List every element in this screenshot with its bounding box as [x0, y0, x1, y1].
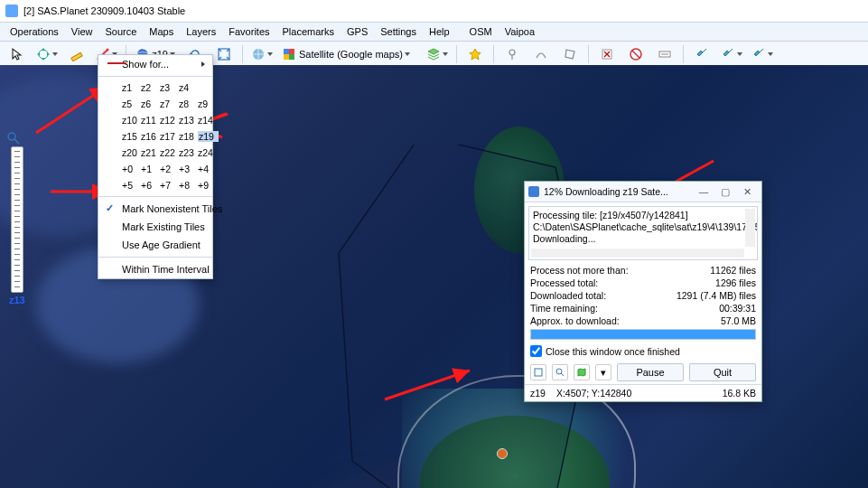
download-title: 12% Downloading z19 Sate...: [544, 186, 693, 197]
zoom-row-a[interactable]: z1z2z3z4: [98, 80, 212, 96]
close-icon[interactable]: ✕: [736, 184, 758, 199]
options-icon[interactable]: ▾: [595, 364, 611, 380]
maximize-icon[interactable]: ▢: [714, 184, 736, 199]
menu-maps[interactable]: Maps: [143, 24, 180, 39]
svg-rect-10: [284, 54, 289, 60]
download-window: 12% Downloading z19 Sate... — ▢ ✕ Proces…: [524, 181, 762, 402]
quit-button[interactable]: Quit: [689, 363, 756, 381]
menu-vaipoa[interactable]: Vaipoa: [499, 24, 541, 39]
zoom-extents-icon[interactable]: [530, 364, 546, 380]
layers-button[interactable]: [423, 43, 452, 65]
map-icon[interactable]: [574, 364, 590, 380]
favorites-button[interactable]: [462, 43, 489, 65]
zoom-row-b[interactable]: z5z6z7z8z9: [98, 96, 212, 112]
close-when-done-checkbox[interactable]: Close this window once finished: [525, 342, 761, 361]
status-zoom: z19: [530, 388, 546, 399]
internet-button[interactable]: [247, 43, 276, 65]
menu-osm[interactable]: OSM: [463, 24, 499, 39]
svg-rect-1: [71, 52, 82, 61]
pause-button[interactable]: Pause: [617, 363, 684, 381]
pin-button[interactable]: [499, 43, 526, 65]
menu-source[interactable]: Source: [98, 24, 143, 39]
sat-right-button[interactable]: [748, 43, 777, 65]
svg-point-0: [39, 50, 48, 59]
zoom-row-f[interactable]: +0+1+2+3+4: [98, 161, 212, 177]
sat-mid-button[interactable]: [717, 43, 746, 65]
navigate-tool-button[interactable]: [33, 43, 61, 65]
app-icon: [5, 5, 18, 17]
menu-view[interactable]: View: [65, 24, 99, 39]
select-tool-button[interactable]: [4, 43, 31, 65]
status-coordinates: X:4507; Y:142840: [556, 388, 712, 399]
map-source-label: Satellite (Google maps): [299, 49, 403, 60]
menu-placemarks[interactable]: Placemarks: [276, 24, 341, 39]
app-mini-icon: [528, 186, 539, 197]
sat-blue-button[interactable]: [688, 43, 715, 65]
label-button[interactable]: [651, 43, 678, 65]
svg-rect-27: [535, 369, 542, 376]
progress-bar: [530, 329, 756, 340]
svg-rect-8: [284, 49, 289, 54]
svg-rect-11: [289, 54, 294, 60]
scrollbar-vertical[interactable]: [745, 209, 755, 247]
menu-mark-nonexistent[interactable]: Mark Nonexistent Tiles: [98, 200, 212, 218]
menu-within-time[interactable]: Within Time Interval: [98, 260, 212, 278]
svg-point-12: [509, 50, 515, 55]
menu-use-age[interactable]: Use Age Gradient: [98, 236, 212, 254]
status-size: 16.8 KB: [723, 388, 756, 399]
menu-favorites[interactable]: Favorites: [222, 24, 275, 39]
svg-point-3: [107, 49, 109, 52]
menu-gps[interactable]: GPS: [341, 24, 374, 39]
zoom-dropdown-menu: Show for... z1z2z3z4 z5z6z7z8z9 z10z11z1…: [98, 54, 213, 279]
no-button[interactable]: [622, 43, 649, 65]
menu-settings[interactable]: Settings: [374, 24, 423, 39]
zoom-row-c[interactable]: z10z11z12z13z14: [98, 112, 212, 128]
zoom-row-e[interactable]: z20z21z22z23z24: [98, 145, 212, 161]
map-source-button[interactable]: Satellite (Google maps): [278, 43, 421, 65]
download-titlebar[interactable]: 12% Downloading z19 Sate... — ▢ ✕: [525, 182, 761, 202]
path-button[interactable]: [527, 43, 555, 65]
fullscreen-button[interactable]: [210, 43, 238, 65]
close-when-done-input[interactable]: [530, 345, 542, 357]
magnifier-icon[interactable]: [6, 131, 19, 144]
menu-operations[interactable]: Operations: [4, 24, 65, 39]
window-titlebar: [2] SAS.Planet 230909.10403 Stable: [0, 0, 868, 22]
svg-rect-9: [289, 49, 294, 54]
marks-visible-button[interactable]: [593, 43, 621, 65]
menu-show-for[interactable]: Show for...: [98, 55, 212, 73]
zoom-row-d[interactable]: z15z16z17z18z19: [98, 128, 212, 145]
menu-mark-existing[interactable]: Mark Existing Tiles: [98, 218, 212, 236]
svg-point-17: [8, 133, 15, 140]
zoom-indicator: z13: [9, 295, 25, 305]
download-statusbar: z19 X:4507; Y:142840 16.8 KB: [525, 384, 761, 401]
scrollbar-horizontal[interactable]: [531, 249, 744, 258]
menu-layers[interactable]: Layers: [180, 24, 222, 39]
polygon-button[interactable]: [556, 43, 583, 65]
zoom-slider[interactable]: [11, 146, 23, 293]
zoom-row-g[interactable]: +5+6+7+8+9: [98, 177, 212, 193]
magnify-selection-icon[interactable]: [552, 364, 568, 380]
download-log: Processing tile: [z19/x4507/y142841] C:\…: [528, 206, 758, 260]
menubar: Operations View Source Maps Layers Favor…: [0, 22, 868, 42]
minimize-icon[interactable]: —: [693, 184, 714, 199]
window-title: [2] SAS.Planet 230909.10403 Stable: [23, 5, 185, 16]
download-stats: Process not more than:11262 files Proces…: [525, 264, 761, 327]
menu-help[interactable]: Help: [423, 24, 456, 39]
measure-tool-button[interactable]: [63, 43, 90, 65]
